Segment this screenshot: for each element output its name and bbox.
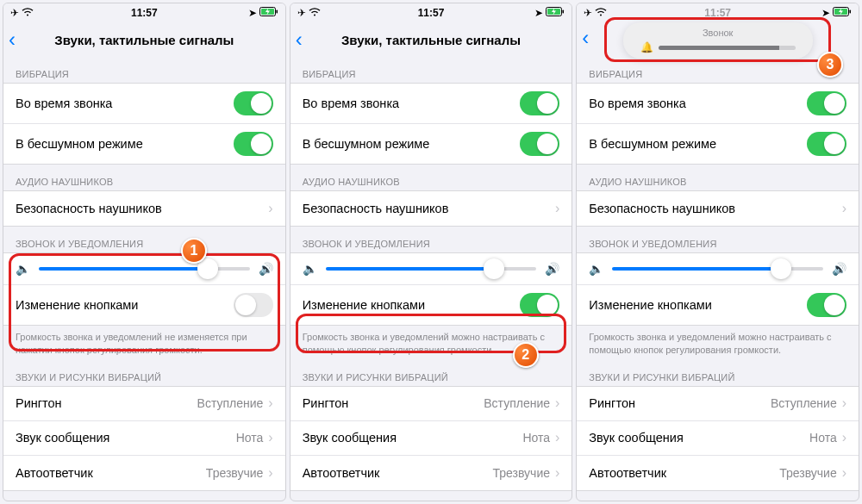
chevron-right-icon: ›: [268, 201, 272, 216]
ringer-hud: Звонок 🔔: [623, 22, 813, 59]
ringer-volume-slider[interactable]: [326, 267, 537, 271]
row-ringer-slider[interactable]: 🔈 🔊: [3, 253, 285, 285]
row-change-with-buttons[interactable]: Изменение кнопками: [577, 285, 859, 325]
content: ВИБРАЦИЯ Во время звонка В бесшумном реж…: [3, 57, 285, 501]
speaker-high-icon: 🔊: [545, 262, 559, 276]
annotation-badge-1: 1: [181, 238, 207, 264]
battery-icon: [546, 7, 565, 19]
ringer-volume-slider[interactable]: [39, 267, 250, 271]
ringer-volume-slider[interactable]: [612, 267, 823, 271]
toggle-vibrate-during-call[interactable]: [807, 91, 846, 115]
chevron-right-icon: ›: [555, 465, 559, 481]
value: Нота: [236, 431, 264, 445]
chevron-right-icon: ›: [555, 201, 559, 216]
row-change-with-buttons[interactable]: Изменение кнопками: [290, 285, 572, 325]
screen-2: ✈︎ 11:57 ➤ ‹ Звуки, тактильные сигналы В…: [290, 3, 573, 501]
chevron-right-icon: ›: [268, 395, 272, 411]
toggle-change-with-buttons[interactable]: [807, 293, 846, 317]
svg-rect-8: [850, 10, 852, 14]
chevron-right-icon: ›: [268, 465, 272, 481]
row-vibrate-during-call[interactable]: Во время звонка: [290, 84, 572, 124]
speaker-low-icon: 🔈: [589, 262, 603, 276]
row-ringtone[interactable]: Рингтон Вступление ›: [3, 387, 285, 421]
speaker-low-icon: 🔈: [16, 262, 30, 276]
row-voicemail[interactable]: Автоответчик Трезвучие ›: [3, 456, 285, 490]
chevron-right-icon: ›: [842, 201, 846, 216]
speaker-low-icon: 🔈: [303, 262, 317, 276]
row-change-with-buttons[interactable]: Изменение кнопками: [3, 285, 285, 325]
row-voicemail[interactable]: Автоответчик Трезвучие ›: [577, 456, 859, 490]
label: Изменение кнопками: [16, 298, 234, 312]
section-header-headphones: АУДИО НАУШНИКОВ: [577, 165, 859, 190]
row-text-tone[interactable]: Звук сообщения Нота ›: [290, 421, 572, 456]
toggle-vibrate-silent[interactable]: [807, 132, 846, 156]
annotation-badge-2: 2: [513, 342, 539, 368]
row-vibrate-during-call[interactable]: Во время звонка: [577, 84, 859, 124]
back-button[interactable]: ‹: [296, 28, 303, 52]
back-button[interactable]: ‹: [9, 28, 16, 52]
status-time: 11:57: [577, 7, 859, 19]
airplane-icon: ✈︎: [584, 7, 592, 19]
value: Трезвучие: [206, 466, 263, 480]
row-headphone-safety[interactable]: Безопасность наушников ›: [3, 191, 285, 226]
row-voicemail[interactable]: Автоответчик Трезвучие ›: [290, 456, 572, 490]
speaker-high-icon: 🔊: [259, 262, 273, 276]
chevron-right-icon: ›: [842, 465, 846, 481]
row-text-tone[interactable]: Звук сообщения Нота ›: [3, 421, 285, 456]
row-ringer-slider[interactable]: 🔈 🔊: [290, 253, 572, 285]
row-ringtone[interactable]: Рингтон Вступление ›: [577, 387, 859, 421]
toggle-vibrate-silent[interactable]: [520, 132, 559, 156]
label: Во время звонка: [16, 96, 234, 110]
label: В бесшумном режиме: [16, 137, 234, 151]
section-header-headphones: АУДИО НАУШНИКОВ: [290, 165, 572, 190]
toggle-vibrate-during-call[interactable]: [234, 91, 273, 115]
label: Рингтон: [16, 396, 197, 410]
annotation-badge-3: 3: [817, 52, 843, 78]
hud-volume-bar: [659, 46, 796, 50]
airplane-icon: ✈︎: [10, 7, 19, 19]
svg-rect-2: [276, 10, 278, 14]
back-button[interactable]: ‹: [582, 26, 589, 50]
row-vibrate-silent[interactable]: В бесшумном режиме: [3, 124, 285, 164]
row-text-tone[interactable]: Звук сообщения Нота ›: [577, 421, 859, 456]
status-time: 11:57: [290, 7, 572, 19]
row-ringtone[interactable]: Рингтон Вступление ›: [290, 387, 572, 421]
toggle-vibrate-during-call[interactable]: [520, 91, 559, 115]
section-header-vibration: ВИБРАЦИЯ: [3, 57, 285, 83]
bell-icon: 🔔: [640, 41, 653, 53]
wifi-icon: [595, 7, 607, 19]
content: ВИБРАЦИЯ Во время звонка В бесшумном реж…: [577, 57, 859, 501]
section-header-ringer: ЗВОНОК И УВЕДОМЛЕНИЯ: [3, 227, 285, 252]
battery-icon: [259, 7, 278, 19]
toggle-change-with-buttons[interactable]: [520, 293, 559, 317]
row-vibrate-silent[interactable]: В бесшумном режиме: [577, 124, 859, 164]
row-vibrate-during-call[interactable]: Во время звонка: [3, 84, 285, 124]
location-icon: ➤: [248, 7, 257, 19]
section-header-ringer: ЗВОНОК И УВЕДОМЛЕНИЯ: [577, 227, 859, 252]
section-header-headphones: АУДИО НАУШНИКОВ: [3, 165, 285, 190]
content: ВИБРАЦИЯ Во время звонка В бесшумном реж…: [290, 57, 572, 501]
section-header-vibration: ВИБРАЦИЯ: [290, 57, 572, 83]
chevron-right-icon: ›: [842, 395, 846, 411]
page-title: Звуки, тактильные сигналы: [341, 33, 521, 47]
label: Автоответчик: [16, 466, 206, 480]
section-header-sounds: ЗВУКИ И РИСУНКИ ВИБРАЦИЙ: [3, 360, 285, 386]
status-bar: ✈︎ 11:57 ➤: [577, 3, 859, 22]
status-time: 11:57: [3, 7, 285, 19]
wifi-icon: [309, 7, 321, 19]
nav-bar: ‹ Звуки, тактильные сигналы: [290, 22, 572, 57]
hud-title: Звонок: [703, 28, 734, 38]
nav-bar: ‹ Звуки, тактильные сигналы: [3, 22, 285, 57]
label: Звук сообщения: [16, 431, 236, 445]
row-headphone-safety[interactable]: Безопасность наушников ›: [577, 191, 859, 226]
row-headphone-safety[interactable]: Безопасность наушников ›: [290, 191, 572, 226]
row-vibrate-silent[interactable]: В бесшумном режиме: [290, 124, 572, 164]
value: Вступление: [197, 396, 264, 410]
chevron-right-icon: ›: [268, 430, 272, 445]
status-bar: ✈︎ 11:57 ➤: [290, 3, 572, 22]
toggle-change-with-buttons[interactable]: [234, 293, 273, 317]
toggle-vibrate-silent[interactable]: [234, 132, 273, 156]
chevron-right-icon: ›: [842, 430, 846, 445]
row-ringer-slider[interactable]: 🔈 🔊: [577, 253, 859, 285]
airplane-icon: ✈︎: [297, 7, 306, 19]
